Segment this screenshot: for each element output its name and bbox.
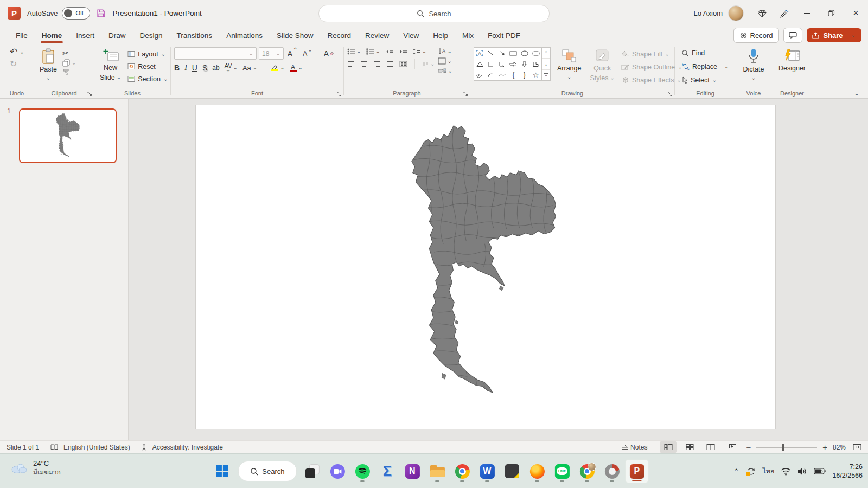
font-name-combo[interactable]: ⌄ [174,47,257,60]
share-button[interactable]: Share ⌄ [807,28,861,42]
cut-button[interactable]: ✂ [62,49,76,57]
zoom-slider-handle[interactable] [782,444,784,451]
tab-slide-show[interactable]: Slide Show [270,26,321,44]
autosave-toggle[interactable]: AutoSave Off [27,7,90,20]
strikethrough-button[interactable]: ab [212,64,219,72]
section-button[interactable]: Section⌄ [127,73,168,85]
increase-indent-button[interactable] [399,48,407,55]
shape-left-brace[interactable]: { [508,69,519,80]
zoom-level[interactable]: 82% [833,444,846,451]
taskbar-chrome[interactable] [450,459,474,483]
shape-elbow-arrow-connector[interactable] [496,59,508,69]
notes-button[interactable]: Notes [621,444,647,451]
add-remove-columns-button[interactable]: ⌄ [422,61,435,67]
change-case-button[interactable]: Aa⌄ [242,64,257,72]
zoom-slider[interactable] [756,447,817,448]
shape-elbow-connector[interactable] [486,59,497,69]
shape-star[interactable]: ☆ [530,69,541,80]
tab-mix[interactable]: Mix [455,26,481,44]
coming-soon-pen-icon[interactable] [773,0,795,26]
tab-draw[interactable]: Draw [101,26,133,44]
normal-view-button[interactable] [660,441,677,453]
shape-l-shape[interactable] [530,59,541,69]
taskbar-chrome-profile[interactable] [575,459,599,483]
designer-button[interactable]: Designer [776,47,808,88]
align-right-button[interactable] [373,61,381,67]
decrease-indent-button[interactable] [386,48,394,55]
shape-scribble[interactable] [474,69,486,80]
shape-rounded-rectangle[interactable] [530,48,541,59]
taskbar-powerpoint[interactable]: P [625,459,649,483]
layout-button[interactable]: Layout⌄ [127,48,168,60]
autosave-switch[interactable]: Off [62,7,90,20]
quick-styles-button[interactable]: Quick Styles⌄ [588,47,616,84]
slide-indicator[interactable]: Slide 1 of 1 [7,444,39,451]
powerpoint-app-icon[interactable]: P [8,7,21,20]
decrease-font-size-button[interactable]: A⌄ [301,47,314,60]
font-color-button[interactable]: A ⌄ [290,64,303,72]
tab-record[interactable]: Record [320,26,358,44]
tab-view[interactable]: View [396,26,426,44]
shape-oval[interactable] [519,48,531,59]
volume-icon[interactable] [797,467,807,476]
clock[interactable]: 7:26 16/2/2566 [832,463,863,480]
fit-slide-button[interactable] [853,444,861,451]
tray-update-icon[interactable] [746,466,756,477]
numbering-button[interactable]: ⌄ [366,48,380,55]
taskbar-onenote[interactable]: N [400,459,424,483]
select-button[interactable]: Select⌄ [681,74,732,86]
taskbar-dark-app[interactable] [500,459,524,483]
text-shadow-button[interactable]: S [202,63,207,72]
shape-line[interactable] [486,48,497,59]
redo-button[interactable]: ↻ [10,60,30,68]
save-icon[interactable] [97,9,106,18]
tab-file[interactable]: File [9,26,35,44]
highlight-color-button[interactable]: ⌄ [271,65,284,71]
shapes-more-button[interactable]: ⌄ [542,69,550,80]
shape-outline-button[interactable]: Shape Outline⌄ [621,61,682,73]
tab-design[interactable]: Design [133,26,170,44]
taskbar-app-squares[interactable] [301,459,324,483]
zoom-in-button[interactable]: + [821,442,829,452]
slide-sorter-view-button[interactable] [681,441,698,453]
line-spacing-button[interactable]: ⌄ [413,48,426,55]
shape-triangle[interactable] [474,59,486,69]
slide-1-thumbnail[interactable] [19,108,117,163]
tab-animations[interactable]: Animations [219,26,270,44]
dictate-button[interactable]: Dictate ⌄ [741,47,767,88]
align-left-button[interactable] [347,61,355,67]
tab-help[interactable]: Help [426,26,455,44]
taskbar-spotify[interactable] [350,459,374,483]
wifi-icon[interactable] [781,467,791,476]
tray-input-language[interactable]: ไทย [763,466,775,477]
shape-curve[interactable] [496,69,508,80]
comments-button[interactable] [783,28,802,43]
tab-home[interactable]: Home [35,26,69,44]
slide-canvas-area[interactable] [129,99,868,440]
record-button[interactable]: Record [733,28,780,43]
paste-button[interactable]: Paste ⌄ [37,47,59,88]
shape-arrow-right[interactable] [508,59,519,69]
format-painter-icon[interactable] [62,69,71,76]
slide[interactable] [196,105,775,429]
taskbar-capture-app[interactable] [600,459,624,483]
arrange-button[interactable]: Arrange ⌄ [555,47,583,81]
paragraph-dialog-launcher[interactable] [463,92,468,97]
convert-to-smartart-button[interactable]: ⌄ [438,67,452,74]
tab-foxit-pdf[interactable]: Foxit PDF [481,26,527,44]
taskbar-firefox[interactable] [525,459,549,483]
shapes-gallery[interactable]: A { } ☆ [474,47,542,81]
thailand-map-shape[interactable] [408,124,564,403]
italic-button[interactable]: I [184,63,187,72]
replace-button[interactable]: bc Replace⌄ [681,61,732,72]
share-dropdown[interactable]: ⌄ [847,33,859,38]
new-slide-button[interactable]: New Slide⌄ [98,47,123,88]
columns-button[interactable] [399,61,407,67]
shape-arrow[interactable] [496,48,508,59]
shape-fill-button[interactable]: Shape Fill⌄ [621,48,682,60]
shapes-scroll-down[interactable]: ⌄ [542,59,550,69]
taskbar-sigma-app[interactable]: Σ [375,459,399,483]
tab-transitions[interactable]: Transitions [170,26,220,44]
copy-button[interactable]: ⌄ [62,59,76,67]
zoom-out-button[interactable]: − [744,442,752,452]
